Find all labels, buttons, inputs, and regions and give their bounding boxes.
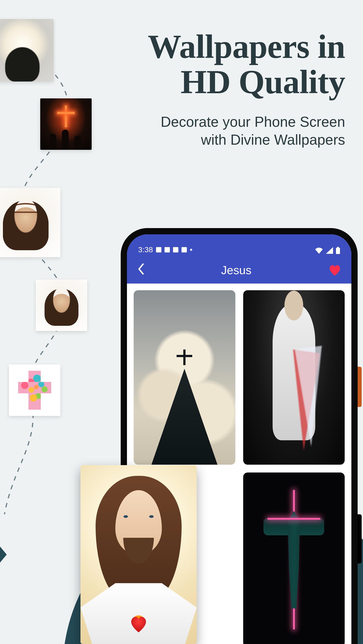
battery-icon [336, 247, 340, 254]
app-header: Jesus [127, 257, 351, 284]
headline-sub1: Decorate your Phone Screen [161, 114, 345, 130]
thumb-jesus-thorns-watercolor [0, 188, 60, 257]
svg-rect-0 [337, 247, 339, 248]
status-notification-icon [173, 247, 178, 252]
image-neon-cross [40, 98, 92, 150]
tile-neon-crucifix[interactable] [243, 472, 345, 644]
status-time: 3:38 [138, 245, 153, 254]
status-bar: 3:38 [127, 234, 351, 257]
status-right [315, 247, 340, 254]
wifi-icon [315, 247, 323, 254]
app-title: Jesus [221, 264, 252, 277]
status-left: 3:38 [138, 245, 192, 254]
image-neon-crucifix [243, 472, 345, 644]
tile-christ-redeemer-clouds[interactable] [134, 290, 235, 465]
image-sacred-heart [80, 465, 197, 644]
thumb-backlit-jesus [0, 19, 54, 82]
svg-rect-1 [336, 248, 340, 254]
chevron-left-icon [137, 263, 144, 275]
headline-title: Wallpapers in HD Quality [148, 29, 345, 100]
card-sacred-heart-jesus[interactable] [80, 465, 197, 644]
signal-icon [326, 247, 333, 254]
image-divine-mercy [243, 290, 345, 465]
back-button[interactable] [137, 263, 144, 277]
thumb-floral-cross [9, 364, 60, 416]
status-notification-icon [181, 247, 187, 252]
status-notification-icon [156, 247, 161, 252]
headline-sub2: with Divine Wallpapers [201, 132, 345, 148]
status-more-icon [190, 249, 192, 251]
favorites-button[interactable] [329, 264, 341, 276]
thumb-neon-cross-worship [40, 98, 92, 150]
phone-power-button [358, 367, 362, 407]
image-christ-redeemer [134, 290, 235, 465]
headline-line1: Wallpapers in [148, 28, 345, 65]
heart-icon [329, 264, 341, 276]
phone-volume-button [358, 514, 362, 564]
image-floral-cross [9, 364, 60, 416]
status-notification-icon [165, 247, 170, 252]
headline-block: Wallpapers in HD Quality Decorate your P… [148, 29, 345, 149]
image-backlit-jesus [0, 19, 54, 82]
headline-line2: HD Quality [181, 63, 345, 100]
background-triangle [0, 541, 7, 568]
tile-divine-mercy[interactable] [243, 290, 345, 465]
thumb-jesus-smiling-watercolor [36, 280, 87, 331]
image-jesus-thorns [0, 188, 60, 257]
image-jesus-smiling [36, 280, 87, 331]
headline-subtitle: Decorate your Phone Screen with Divine W… [148, 113, 345, 149]
